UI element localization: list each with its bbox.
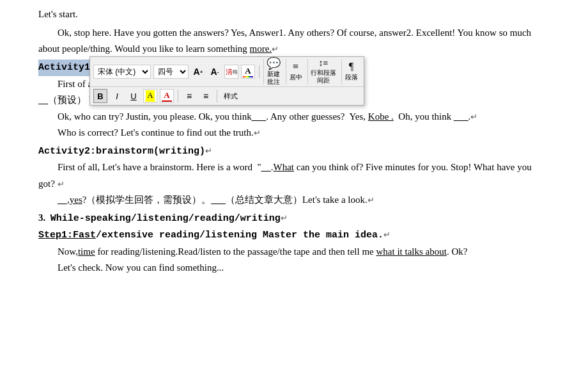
return-correct: ↵ <box>254 128 261 138</box>
new-comment-label: 新建批注 <box>267 70 280 86</box>
bold-button[interactable]: B <box>93 89 107 103</box>
font-color-btn-2[interactable]: A <box>160 89 174 103</box>
para-justin: Ok, who can try? Justin, you please. Ok,… <box>38 109 550 125</box>
step1-label: Step1:Fast/extensive reading/listening M… <box>38 229 383 239</box>
para-correct: Who is correct? Let's continue to find o… <box>38 125 550 141</box>
paragraph-spacing-label: 行和段落间距 <box>311 69 336 84</box>
section3-line: 3. While-speaking/listening/reading/writ… <box>38 210 550 227</box>
para-brainstorm: First of all, Let's have a brainstorm. H… <box>38 159 550 192</box>
paragraph-spacing-button[interactable]: ↕≡ 行和段落间距 <box>307 59 339 84</box>
font-family-select[interactable]: 宋体 (中文) <box>93 65 151 79</box>
decrease-font-button[interactable]: A- <box>208 65 222 79</box>
return-act2: ↵ <box>205 146 212 156</box>
activity2-line: Activity2:brainstorm(writing)↵ <box>38 143 550 160</box>
para-yes: __,yes?（模拟学生回答，需预设）。___（总结文章大意）Let's tak… <box>38 192 550 209</box>
text-now: Now,time for reading/listening.Read/list… <box>58 246 467 257</box>
underline-button[interactable]: U <box>127 89 141 103</box>
text-lets-start: Let's start. <box>38 9 78 19</box>
toolbar-row-1: 宋体 (中文) 四号 A+ A- 清格 A 💬 新建批注 ≡ 居中 ↕≡ <box>90 57 364 87</box>
line-lets-start: Let's start. <box>38 6 550 22</box>
center-align-button[interactable]: ≡ 居中 <box>286 59 305 84</box>
style-button[interactable]: 样式 <box>221 89 240 103</box>
divider-3 <box>217 90 217 102</box>
font-color-stripe <box>162 100 172 102</box>
document-area: Let's start. Ok, stop here. Have you got… <box>0 0 588 283</box>
comment-icon: 💬 <box>267 58 281 69</box>
toolbar-row-2: B I U A A ≡ ≡ 样式 <box>90 87 364 105</box>
divider-2 <box>178 90 178 102</box>
text-check: Let's check. Now you can find something.… <box>58 262 224 273</box>
paragraph-label: 段落 <box>345 73 358 82</box>
font-color-button[interactable]: A <box>241 65 255 79</box>
paragraph-button[interactable]: ¶ 段落 <box>341 59 360 84</box>
text-correct: Who is correct? Let's continue to find o… <box>58 127 254 138</box>
return-1: ↵ <box>272 44 279 54</box>
text-kobe-b: Oh, you think ___. <box>394 111 470 122</box>
what-text: What <box>274 162 294 172</box>
font-color-label: A <box>245 66 251 76</box>
highlight-label: A <box>146 90 154 100</box>
paragraph-icon: ¶ <box>349 61 353 72</box>
kobe-link: Kobe . <box>368 111 394 122</box>
step1-line: Step1:Fast/extensive reading/listening M… <box>38 227 550 244</box>
document-text: Let's start. Ok, stop here. Have you got… <box>38 6 550 276</box>
text-justin: Ok, who can try? Justin, you please. Ok,… <box>58 111 368 122</box>
list-button[interactable]: ≡ <box>182 89 196 103</box>
font-color-label-2: A <box>164 90 169 100</box>
increase-font-button[interactable]: A+ <box>191 65 205 79</box>
return-step1: ↵ <box>383 230 391 239</box>
return-justin: ↵ <box>470 112 477 122</box>
return-yes: ↵ <box>368 195 375 205</box>
paragraph-spacing-icon: ↕≡ <box>319 59 329 68</box>
para-check: Let's check. Now you can find something.… <box>38 260 550 276</box>
font-size-select[interactable]: 四号 <box>153 65 189 79</box>
return-brain: ↵ <box>58 179 65 189</box>
divider-1 <box>259 65 259 78</box>
section3-heading: 3. While-speaking/listening/reading/writ… <box>38 212 281 223</box>
color-bar <box>243 76 253 77</box>
para-ok-stop: Ok, stop here. Have you gotten the answe… <box>38 25 550 57</box>
new-comment-button[interactable]: 💬 新建批注 <box>263 59 283 84</box>
return-s3: ↵ <box>281 213 288 223</box>
highlight-button[interactable]: A <box>143 89 157 103</box>
formatting-toolbar[interactable]: 宋体 (中文) 四号 A+ A- 清格 A 💬 新建批注 ≡ 居中 ↕≡ <box>89 56 364 106</box>
indent-list-button[interactable]: ≡ <box>199 89 213 103</box>
italic-button[interactable]: I <box>110 89 124 103</box>
center-align-icon: ≡ <box>293 61 298 72</box>
activity2-heading: Activity2:brainstorm(writing) <box>38 146 205 157</box>
center-align-label: 居中 <box>290 73 302 82</box>
text-yes: __,yes?（模拟学生回答，需预设）。___（总结文章大意）Let's tak… <box>58 195 368 205</box>
text-brainstorm: First of all, Let's have a brainstorm. H… <box>38 162 532 189</box>
highlight-stripe <box>145 100 155 102</box>
section3-text: While-speaking/listening/reading/writing <box>50 213 281 224</box>
more-link: more. <box>250 44 272 54</box>
clear-format-button[interactable]: 清格 <box>224 65 238 79</box>
para-now: Now,time for reading/listening.Read/list… <box>38 244 550 260</box>
text-ok-stop: Ok, stop here. Have you gotten the answe… <box>38 28 531 54</box>
